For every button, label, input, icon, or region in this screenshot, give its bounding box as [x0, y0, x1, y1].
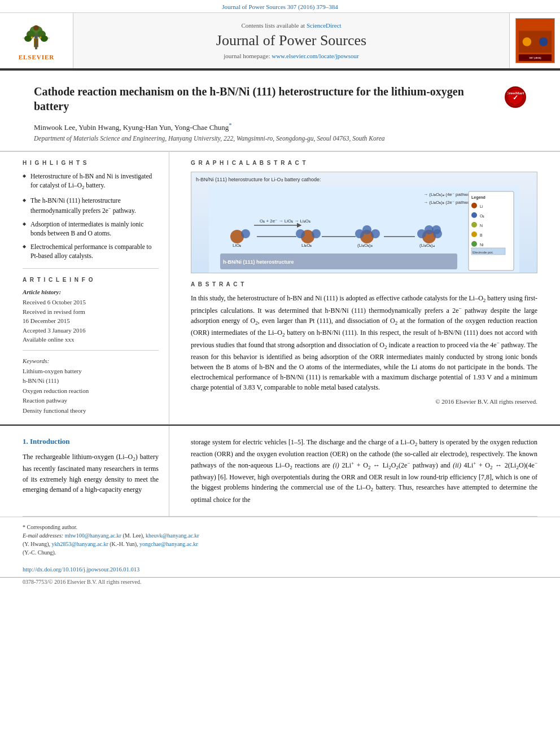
homepage-line: journal homepage: www.elsevier.com/locat…	[224, 53, 358, 59]
svg-point-57	[471, 203, 477, 208]
sciencedirect-link[interactable]: ScienceDirect	[307, 22, 342, 29]
crossmark-icon: ✓ CrossMark	[505, 86, 526, 108]
svg-point-33	[241, 229, 250, 238]
ga-title-text: h-BN/Ni (111) heterostructure for Li-O₂ …	[196, 177, 532, 182]
svg-text:→ (Li₂O₂)₄ (4e⁻ pathway): → (Li₂O₂)₄ (4e⁻ pathway)	[423, 192, 474, 197]
article-info-heading: A R T I C L E I N F O	[23, 277, 159, 283]
doi-link[interactable]: http://dx.doi.org/10.1016/j.jpowsour.201…	[23, 566, 139, 573]
article-history: Article history: Received 6 October 2015…	[23, 289, 159, 344]
svg-text:307 (2016): 307 (2016)	[529, 56, 541, 59]
article-header: Cathode reaction mechanism on the h-BN/N…	[0, 71, 560, 151]
svg-text:(Li₂O₂)₂: (Li₂O₂)₂	[357, 243, 373, 248]
svg-rect-9	[36, 43, 38, 49]
contents-available-line: Contents lists available at ScienceDirec…	[241, 22, 341, 29]
highlight-item-2: The h-BN/Ni (111) heterostructure thermo…	[23, 196, 159, 215]
svg-text:O₂: O₂	[480, 214, 484, 218]
svg-point-37	[296, 229, 305, 238]
body-right: storage system for electric vehicles [1–…	[181, 426, 537, 517]
svg-text:Legend: Legend	[471, 195, 485, 200]
article-info-section: A R T I C L E I N F O Article history: R…	[23, 277, 159, 416]
crossmark-badge[interactable]: ✓ CrossMark	[505, 84, 526, 108]
abstract-section: A B S T R A C T In this study, the heter…	[191, 281, 537, 405]
svg-point-14	[40, 36, 42, 38]
affiliation-text: Department of Materials Science and Engi…	[34, 135, 526, 142]
graphical-abstract-image: h-BN/Ni (111) heterostructure for Li-O₂ …	[191, 172, 537, 273]
footnote-person-line: (Y.-C. Chung).	[23, 548, 537, 557]
history-label: Article history:	[23, 289, 159, 295]
svg-text:Li₂O₂: Li₂O₂	[301, 243, 312, 248]
email-kyun[interactable]: ykh2853@hanyang.ac.kr	[51, 541, 108, 547]
homepage-link[interactable]: www.elsevier.com/locate/jpowsour	[272, 53, 358, 59]
authors-line: Minwook Lee, Yubin Hwang, Kyung-Han Yun,…	[34, 121, 526, 132]
keyword-4: Reaction pathway	[23, 396, 159, 406]
svg-point-6	[41, 35, 48, 41]
svg-point-40	[371, 229, 380, 238]
svg-point-42	[362, 225, 371, 234]
doi-section: http://dx.doi.org/10.1016/j.jpowsour.201…	[0, 561, 560, 575]
history-accepted: Accepted 3 January 2016	[23, 326, 159, 335]
journal-info-center: Contents lists available at ScienceDirec…	[73, 13, 509, 68]
intro-left-text: The rechargeable lithium-oxygen (Li–O2) …	[23, 452, 159, 495]
email-yhwang[interactable]: kheuvk@hanyang.ac.kr	[146, 532, 199, 539]
svg-point-65	[471, 241, 477, 247]
graphical-abstract-heading: G R A P H I C A L A B S T R A C T	[191, 160, 537, 166]
keywords-label: Keywords:	[23, 357, 159, 364]
journal-cover-thumbnail: JOURNAL OF POWER SOURCES 307 (2016)	[515, 18, 555, 63]
svg-rect-16	[516, 19, 554, 28]
keyword-5: Density functional theory	[23, 406, 159, 416]
keywords-section: Keywords: Lithium-oxygen battery h-BN/Ni…	[23, 357, 159, 416]
svg-text:POWER SOURCES: POWER SOURCES	[523, 27, 547, 29]
col-divider-2	[23, 350, 159, 351]
ga-svg: → (Li₂O₂)₄ (4e⁻ pathway) → (Li₂O₂)₂ (2e⁻…	[196, 186, 532, 273]
svg-point-61	[471, 222, 477, 228]
svg-text:B: B	[480, 233, 483, 237]
article-title: Cathode reaction mechanism on the h-BN/N…	[34, 84, 493, 113]
svg-point-21	[539, 37, 548, 46]
elsevier-tree-icon	[19, 21, 53, 53]
highlight-item-4: Electrochemical performance is comparabl…	[23, 242, 159, 260]
svg-text:→ (Li₂O₂)₂ (2e⁻ pathway): → (Li₂O₂)₂ (2e⁻ pathway)	[423, 200, 474, 205]
email-ychung[interactable]: yongchae@hanyang.ac.kr	[139, 541, 198, 547]
svg-text:h-BN/Ni (111) heterostructure: h-BN/Ni (111) heterostructure	[223, 259, 294, 265]
svg-text:CrossMark: CrossMark	[507, 91, 524, 95]
journal-title-text: Journal of Power Sources	[216, 32, 366, 49]
email-mlee[interactable]: mhw100@hanyang.ac.kr	[65, 532, 121, 539]
keyword-2: h-BN/Ni (111)	[23, 376, 159, 386]
intro-right-text: storage system for electric vehicles [1–…	[191, 437, 537, 505]
svg-text:JOURNAL OF: JOURNAL OF	[524, 23, 546, 26]
col-divider-1	[23, 268, 159, 269]
svg-point-8	[34, 25, 39, 30]
elsevier-logo-area: ELSEVIER	[0, 13, 73, 68]
svg-point-63	[471, 231, 477, 237]
elsevier-text: ELSEVIER	[19, 54, 55, 60]
svg-text:Li: Li	[480, 204, 483, 208]
abstract-heading: A B S T R A C T	[191, 281, 537, 287]
keyword-3: Oxygen reduction reaction	[23, 386, 159, 396]
keyword-1: Lithium-oxygen battery	[23, 366, 159, 377]
svg-text:Electrode pot.: Electrode pot.	[473, 251, 493, 254]
svg-point-59	[471, 212, 477, 218]
abstract-text: In this study, the heterostructure of h-…	[191, 293, 537, 392]
svg-text:LiO₂: LiO₂	[233, 243, 241, 248]
svg-text:Ni: Ni	[480, 243, 484, 247]
two-column-section: H I G H L I G H T S Heterostructure of h…	[0, 152, 560, 424]
elsevier-logo: ELSEVIER	[19, 21, 55, 60]
body-left: 1. Introduction The rechargeable lithium…	[23, 426, 169, 517]
svg-text:(Li₂O₂)₄: (Li₂O₂)₄	[419, 243, 435, 248]
highlight-item-1: Heterostructure of h-BN and Ni is invest…	[23, 172, 159, 191]
corresponding-marker: *	[229, 121, 231, 128]
svg-text:N: N	[480, 224, 483, 228]
history-received: Received 6 October 2015	[23, 298, 159, 307]
svg-point-5	[25, 35, 32, 41]
highlight-item-3: Adsorption of intermediates is mainly io…	[23, 220, 159, 238]
svg-point-36	[312, 229, 321, 238]
journal-header: ELSEVIER Contents lists available at Sci…	[0, 13, 560, 69]
right-column: G R A P H I C A L A B S T R A C T h-BN/N…	[181, 152, 537, 423]
svg-point-48	[432, 225, 441, 234]
footnote-star-note: * Corresponding author.	[23, 523, 537, 531]
highlights-list: Heterostructure of h-BN and Ni is invest…	[23, 172, 159, 260]
history-online: Available online xxx	[23, 335, 159, 344]
left-column: H I G H L I G H T S Heterostructure of h…	[23, 152, 169, 423]
svg-point-13	[31, 36, 33, 38]
copyright-footer: 0378-7753/© 2016 Elsevier B.V. All right…	[0, 577, 560, 591]
